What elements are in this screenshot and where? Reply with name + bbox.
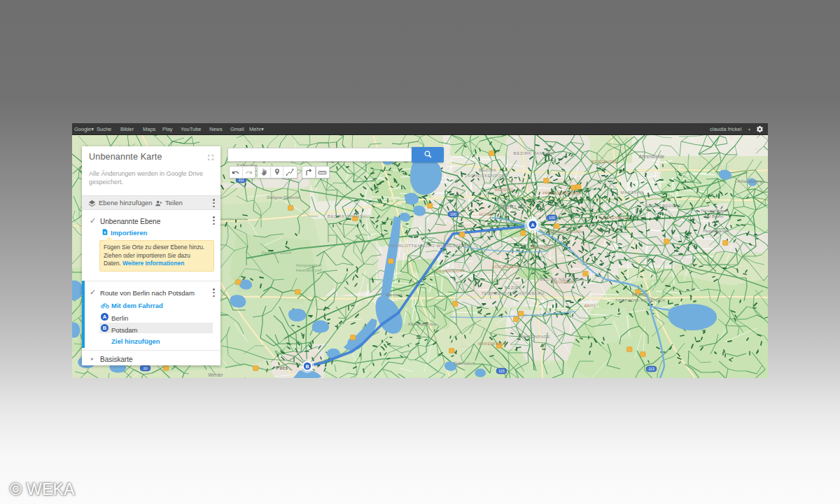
svg-text:bei Berlin: bei Berlin bbox=[705, 214, 724, 218]
svg-text:Altlandsberg: Altlandsberg bbox=[737, 178, 762, 183]
svg-text:REINICKENDORF: REINICKENDORF bbox=[468, 174, 507, 178]
svg-text:100: 100 bbox=[450, 212, 456, 216]
svg-text:KREUZBERG: KREUZBERG bbox=[531, 245, 555, 249]
svg-text:SCHÖNEBERG: SCHÖNEBERG bbox=[492, 265, 520, 269]
svg-text:113: 113 bbox=[648, 367, 654, 371]
svg-text:Kleinmachnow: Kleinmachnow bbox=[408, 322, 437, 326]
svg-text:BERLIN: BERLIN bbox=[501, 204, 525, 210]
svg-text:Neuenhagen: Neuenhagen bbox=[701, 208, 727, 213]
svg-text:CHARLOTTENBURG-WILMERSDORF: CHARLOTTENBURG-WILMERSDORF bbox=[388, 244, 473, 248]
svg-text:BEZIRK: BEZIRK bbox=[505, 286, 522, 290]
svg-text:Dallgow-Döberitz: Dallgow-Döberitz bbox=[267, 195, 300, 200]
svg-text:FRIEDRICHSHAIN: FRIEDRICHSHAIN bbox=[549, 230, 582, 234]
svg-text:WEISSENSEE: WEISSENSEE bbox=[591, 160, 617, 164]
svg-text:Hoppegarten: Hoppegarten bbox=[704, 228, 729, 233]
svg-text:TEMPELHOF-SCHÖNEBERG: TEMPELHOF-SCHÖNEBERG bbox=[482, 291, 545, 295]
svg-text:A: A bbox=[531, 223, 534, 227]
svg-text:Stahnsdorf: Stahnsdorf bbox=[454, 361, 475, 365]
svg-text:MARZAHN: MARZAHN bbox=[621, 190, 644, 195]
svg-text:BEZIRK SPANDAU: BEZIRK SPANDAU bbox=[328, 214, 370, 218]
svg-text:Pots: Pots bbox=[276, 365, 288, 370]
svg-text:Ahrensfelde: Ahrensfelde bbox=[639, 154, 665, 159]
svg-text:Werder: Werder bbox=[208, 372, 223, 377]
svg-text:WEDDING: WEDDING bbox=[494, 188, 513, 192]
svg-text:Ferbitzer Bruch: Ferbitzer Bruch bbox=[262, 251, 292, 255]
svg-text:BEZIRK: BEZIRK bbox=[479, 168, 496, 172]
svg-text:BEZIRK: BEZIRK bbox=[631, 293, 649, 297]
svg-text:BRITZ: BRITZ bbox=[584, 304, 596, 308]
svg-text:B: B bbox=[305, 364, 309, 369]
svg-text:Wannsee: Wannsee bbox=[386, 293, 402, 297]
svg-text:LICHTENRADE: LICHTENRADE bbox=[518, 335, 550, 339]
svg-text:115: 115 bbox=[498, 369, 505, 373]
svg-text:10: 10 bbox=[144, 366, 148, 370]
svg-text:HELLERSDORF: HELLERSDORF bbox=[647, 204, 681, 208]
svg-text:100: 100 bbox=[549, 216, 555, 220]
svg-text:MARIENFELDE: MARIENFELDE bbox=[478, 342, 506, 346]
svg-text:Havelland unif: Havelland unif bbox=[296, 268, 323, 272]
svg-text:Königswald et: Königswald et bbox=[296, 263, 321, 267]
svg-text:BEZIRK PANKOW: BEZIRK PANKOW bbox=[514, 150, 555, 155]
svg-text:NEUKÖLLN: NEUKÖLLN bbox=[553, 280, 574, 284]
svg-text:PRENZLAUER BERG: PRENZLAUER BERG bbox=[542, 191, 582, 195]
svg-text:111: 111 bbox=[238, 178, 244, 182]
svg-text:WILMERSDORF: WILMERSDORF bbox=[435, 269, 465, 273]
svg-text:TREPTOW-KÖPENICK: TREPTOW-KÖPENICK bbox=[615, 298, 666, 302]
svg-text:LICHTENBERG: LICHTENBERG bbox=[601, 216, 629, 220]
svg-text:MOABIT: MOABIT bbox=[479, 212, 494, 216]
